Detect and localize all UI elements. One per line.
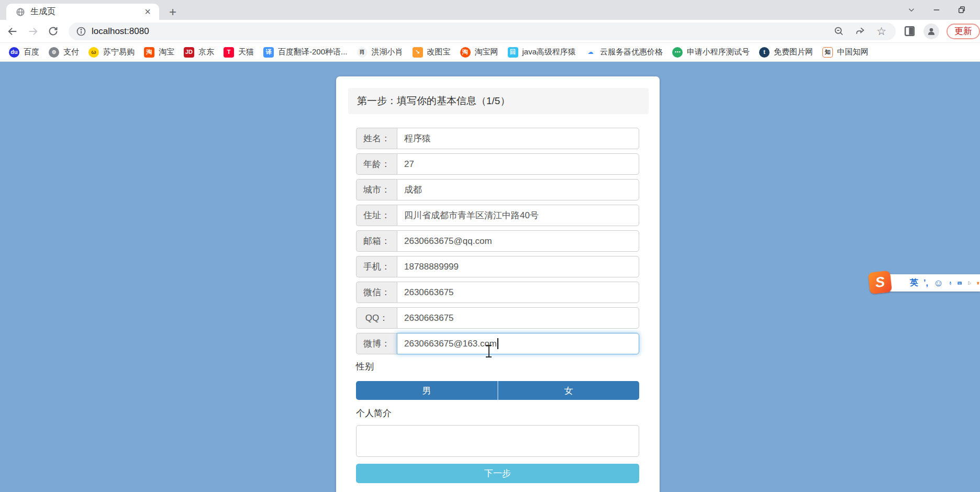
form-field-row: 城市： 成都 [356, 179, 639, 200]
reload-icon [48, 26, 59, 37]
bookmark-label: 苏宁易购 [103, 47, 135, 57]
bookmark-favicon: 知 [822, 47, 833, 58]
form-field-row: 姓名： 程序猿 [356, 128, 639, 149]
bookmark-item[interactable]: ⊕ 支付 [44, 46, 84, 59]
field-value: 18788889999 [404, 262, 459, 272]
bio-textarea[interactable] [356, 425, 639, 457]
bookmark-favicon: t [759, 47, 770, 58]
next-button[interactable]: 下一步 [356, 464, 639, 483]
ime-microphone-icon[interactable] [949, 278, 952, 288]
site-info-icon[interactable] [74, 24, 88, 39]
field-input[interactable]: 2630663675 [397, 307, 639, 329]
browser-tab[interactable]: 生成页 × [6, 4, 159, 20]
form-field-row: 住址： 四川省成都市青羊区清江中路40号 [356, 205, 639, 226]
bookmark-item[interactable]: 译 百度翻译-200种语... [259, 46, 352, 59]
field-label: 姓名： [356, 128, 397, 149]
bookmark-label: 百度翻译-200种语... [278, 47, 348, 57]
field-input[interactable]: 2630663675 [397, 282, 639, 303]
form-field-row: 邮箱： 2630663675@qq.com [356, 230, 639, 252]
share-icon[interactable] [855, 26, 866, 37]
ime-emoji-icon[interactable]: ☺ [933, 277, 943, 289]
minimize-window-icon[interactable] [932, 5, 941, 15]
field-label: 住址： [356, 205, 397, 226]
field-input[interactable]: 成都 [397, 179, 639, 200]
tab-strip: 生成页 × + [0, 0, 980, 20]
reload-button[interactable] [45, 23, 61, 40]
tab-title: 生成页 [30, 6, 141, 17]
address-url[interactable]: localhost:8080 [92, 26, 833, 37]
field-label: 微信： [356, 282, 397, 303]
bookmark-item[interactable]: ↘ 改图宝 [408, 46, 455, 59]
field-input[interactable]: 18788889999 [397, 256, 639, 277]
ime-skin-icon[interactable] [976, 278, 980, 288]
form-fields: 姓名： 程序猿 年龄： 27 城市： 成都 住址： 四川省成都市青羊区清江中路4… [356, 128, 639, 354]
bookmark-favicon: 肖 [357, 47, 368, 58]
bookmark-label: 支付 [63, 47, 79, 57]
field-value: 2630663675 [404, 287, 454, 298]
bookmark-favicon: 回 [508, 47, 518, 58]
bookmark-favicon: 译 [263, 47, 274, 58]
gender-option-button[interactable]: 女 [497, 381, 640, 400]
field-input[interactable]: 2630663675@163.com [397, 333, 639, 354]
ime-account-icon[interactable] [967, 278, 972, 287]
field-value: 2630663675@qq.com [404, 236, 492, 247]
bookmark-item[interactable]: ⋯ 申请小程序测试号 [667, 46, 754, 59]
profile-avatar[interactable] [923, 24, 939, 39]
side-panel-icon[interactable] [903, 25, 916, 38]
ime-language-mode[interactable]: 英 [910, 277, 918, 288]
bookmark-item[interactable]: JD 京东 [179, 46, 219, 59]
tab-search-chevron-icon[interactable] [907, 5, 916, 15]
bookmark-label: 改图宝 [427, 47, 451, 57]
bookmark-item[interactable]: 淘 淘宝网 [455, 46, 503, 59]
bookmarks-bar: du 百度 ⊕ 支付 ω 苏宁易购 淘 淘宝 JD 京东 T 天猫 译 百度翻译… [0, 43, 980, 62]
forward-button[interactable] [25, 23, 41, 40]
bookmark-item[interactable]: 淘 淘宝 [139, 46, 179, 59]
field-input[interactable]: 四川省成都市青羊区清江中路40号 [397, 205, 639, 226]
bookmark-item[interactable]: 回 java高级程序猿 [503, 46, 581, 59]
field-label: 邮箱： [356, 230, 397, 252]
bookmark-item[interactable]: 知 中国知网 [818, 46, 873, 59]
restore-window-icon[interactable] [957, 5, 966, 15]
back-button[interactable] [4, 23, 20, 40]
bookmark-item[interactable]: ω 苏宁易购 [84, 46, 139, 59]
form-card: 第一步：填写你的基本信息（1/5） 姓名： 程序猿 年龄： 27 城市： 成都 … [336, 76, 660, 492]
browser-toolbar: localhost:8080 ☆ 更新 [0, 20, 980, 43]
form-field-row: 年龄： 27 [356, 153, 639, 175]
field-value: 成都 [404, 184, 422, 196]
bookmark-item[interactable]: t 免费图片网 [754, 46, 818, 59]
field-label: 城市： [356, 179, 397, 200]
new-tab-button[interactable]: + [165, 5, 180, 19]
update-chrome-button[interactable]: 更新 [946, 24, 980, 39]
address-bar[interactable]: localhost:8080 ☆ [69, 23, 896, 40]
bookmark-favicon: 淘 [144, 47, 154, 58]
bookmark-label: 洪湖小肖 [372, 47, 403, 57]
bookmark-item[interactable]: du 百度 [4, 46, 44, 59]
form-field-row: QQ： 2630663675 [356, 307, 639, 329]
field-input[interactable]: 27 [397, 153, 639, 175]
mouse-ibeam-cursor [485, 344, 492, 358]
bookmark-item[interactable]: ☁ 云服务器优惠价格 [581, 46, 667, 59]
form-title: 第一步：填写你的基本信息（1/5） [348, 88, 649, 114]
gender-option-button[interactable]: 男 [356, 381, 497, 400]
zoom-out-icon[interactable] [833, 26, 844, 37]
back-arrow-icon [7, 26, 18, 37]
globe-favicon-icon [16, 7, 25, 17]
bookmark-label: 淘宝网 [475, 47, 498, 57]
bookmark-star-icon[interactable]: ☆ [876, 26, 886, 37]
form-field-row: 手机： 18788889999 [356, 256, 639, 277]
close-tab-icon[interactable]: × [141, 6, 154, 18]
bookmark-favicon: ⋯ [672, 47, 683, 58]
ime-keyboard-icon[interactable] [957, 279, 962, 287]
field-input[interactable]: 程序猿 [397, 128, 639, 149]
page-content: 第一步：填写你的基本信息（1/5） 姓名： 程序猿 年龄： 27 城市： 成都 … [0, 62, 980, 492]
field-input[interactable]: 2630663675@qq.com [397, 230, 639, 252]
bookmark-label: 京东 [198, 47, 214, 57]
bookmark-item[interactable]: 肖 洪湖小肖 [352, 46, 408, 59]
bookmark-favicon: ω [88, 47, 99, 58]
ime-punctuation-icon[interactable]: ’, [923, 278, 928, 288]
bookmark-item[interactable]: T 天猫 [219, 46, 259, 59]
field-label: QQ： [356, 307, 397, 329]
sogou-logo-icon[interactable]: S [868, 271, 892, 294]
forward-arrow-icon [27, 26, 39, 37]
gender-group: 男 女 [356, 381, 639, 400]
